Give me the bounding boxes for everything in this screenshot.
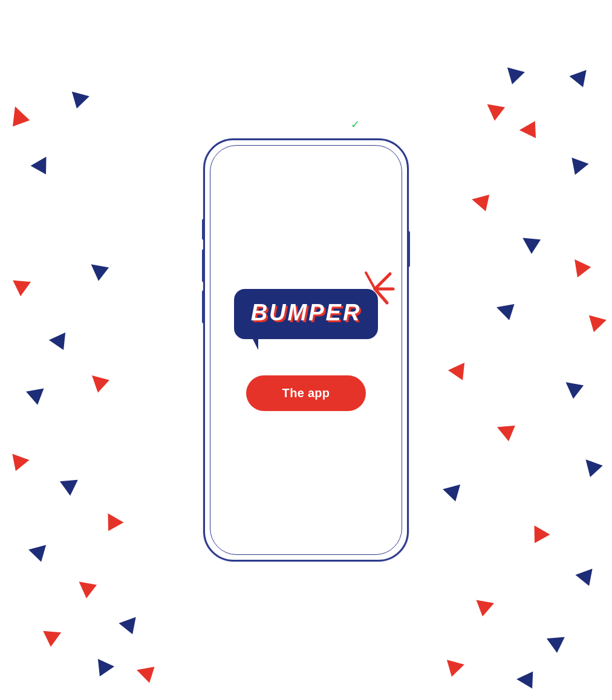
svg-marker-10 (100, 513, 123, 536)
svg-marker-24 (568, 259, 591, 280)
checkmark-icon: ✓ (351, 118, 360, 131)
phone-mockup: BUMPER The app (203, 138, 409, 562)
svg-marker-30 (581, 459, 603, 480)
svg-marker-11 (28, 545, 50, 565)
logo-text: BUMPER (251, 300, 362, 325)
svg-marker-8 (7, 454, 30, 475)
svg-marker-17 (503, 68, 524, 87)
svg-marker-5 (49, 332, 72, 354)
svg-marker-13 (119, 617, 141, 638)
svg-marker-14 (42, 631, 61, 648)
svg-marker-21 (567, 158, 589, 178)
svg-marker-31 (443, 485, 464, 504)
svg-marker-15 (91, 659, 114, 680)
svg-marker-36 (443, 660, 464, 679)
svg-marker-33 (575, 569, 597, 589)
phone-volume-down-button (202, 290, 205, 323)
svg-marker-34 (474, 600, 494, 618)
phone-power-button (407, 231, 410, 267)
svg-marker-6 (88, 375, 109, 395)
svg-marker-20 (519, 121, 542, 143)
svg-marker-27 (448, 363, 471, 384)
logo-container: BUMPER (234, 289, 379, 339)
svg-marker-35 (547, 637, 566, 654)
svg-marker-26 (585, 316, 606, 335)
svg-marker-2 (31, 157, 54, 179)
svg-marker-4 (11, 280, 31, 297)
svg-marker-1 (68, 92, 89, 111)
svg-marker-25 (496, 304, 517, 322)
svg-marker-12 (76, 582, 97, 600)
sparkle-decoration (354, 268, 396, 310)
svg-marker-18 (569, 70, 591, 91)
svg-marker-29 (497, 426, 516, 442)
svg-marker-16 (137, 667, 157, 685)
svg-marker-19 (484, 104, 505, 122)
svg-marker-0 (7, 103, 30, 126)
svg-marker-3 (88, 264, 109, 282)
phone-volume-up-button (202, 249, 205, 282)
scene: ✓ BUMPER The app (0, 0, 612, 700)
svg-marker-22 (472, 195, 493, 214)
svg-marker-28 (563, 382, 584, 400)
phone-silent-button (202, 219, 205, 240)
svg-marker-9 (60, 480, 79, 497)
svg-marker-7 (26, 389, 47, 407)
phone-screen: BUMPER The app (210, 145, 402, 555)
svg-line-40 (375, 289, 387, 303)
the-app-button[interactable]: The app (246, 375, 366, 411)
svg-line-38 (375, 274, 390, 289)
svg-marker-32 (527, 525, 550, 548)
svg-marker-23 (521, 238, 541, 255)
svg-marker-37 (516, 672, 539, 693)
svg-line-41 (366, 273, 375, 289)
